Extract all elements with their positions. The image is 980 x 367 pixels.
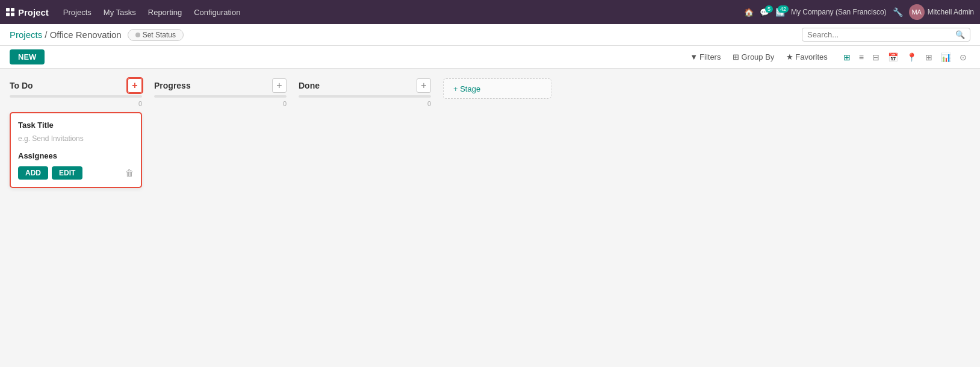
card-add-button[interactable]: ADD bbox=[18, 166, 48, 180]
favorites-button[interactable]: ★ Favorites bbox=[781, 50, 832, 64]
app-logo[interactable]: Project bbox=[6, 7, 49, 17]
toolbar: NEW ▼ Filters ⊞ Group By ★ Favorites ⊞ ≡… bbox=[0, 46, 980, 69]
toolbar-right: ▼ Filters ⊞ Group By ★ Favorites ⊞ ≡ ⊟ 📅… bbox=[685, 50, 970, 64]
breadcrumb-current: Office Renovation bbox=[50, 30, 122, 40]
tools-icon[interactable]: 🔧 bbox=[893, 7, 903, 17]
new-task-card: Task Title e.g. Send Invitations Assigne… bbox=[10, 112, 142, 188]
user-menu[interactable]: MA Mitchell Admin bbox=[909, 4, 974, 20]
column-todo-count: 0 bbox=[10, 100, 142, 107]
menu-my-tasks[interactable]: My Tasks bbox=[99, 5, 141, 19]
table-view-button[interactable]: ⊟ bbox=[869, 50, 883, 64]
filter-icon: ▼ bbox=[690, 52, 698, 61]
chat-icon[interactable]: 💬 5 bbox=[760, 8, 769, 17]
column-done-header: Done + bbox=[299, 78, 431, 93]
column-todo-progress bbox=[10, 95, 142, 98]
user-name: Mitchell Admin bbox=[928, 8, 974, 16]
calendar-view-button[interactable]: 📅 bbox=[884, 50, 902, 64]
group-by-label: Group By bbox=[741, 52, 774, 61]
set-status-label: Set Status bbox=[143, 31, 176, 39]
topnav-right: 🏠 💬 5 🔄 42 My Company (San Francisco) 🔧 … bbox=[744, 4, 974, 20]
column-todo-add-button[interactable]: + bbox=[128, 78, 142, 93]
favorites-label: Favorites bbox=[795, 52, 827, 61]
kanban-view-button[interactable]: ⊞ bbox=[840, 50, 854, 64]
search-bar: 🔍 bbox=[802, 28, 970, 42]
activity-icon[interactable]: 🔄 42 bbox=[775, 8, 785, 17]
search-input[interactable] bbox=[807, 30, 952, 39]
column-done-add-button[interactable]: + bbox=[417, 78, 431, 93]
column-todo-header: To Do + bbox=[10, 78, 142, 93]
menu-configuration[interactable]: Configuration bbox=[189, 5, 245, 19]
view-icons: ⊞ ≡ ⊟ 📅 📍 ⊞ 📊 ⊙ bbox=[840, 50, 970, 64]
column-todo: To Do + 0 Task Title e.g. Send Invitatio… bbox=[10, 78, 142, 193]
map-view-button[interactable]: 📍 bbox=[903, 50, 920, 64]
column-progress-header: Progress + bbox=[154, 78, 287, 93]
column-done-count: 0 bbox=[299, 100, 431, 107]
breadcrumb-parent[interactable]: Projects bbox=[10, 30, 42, 40]
kanban-board: To Do + 0 Task Title e.g. Send Invitatio… bbox=[0, 69, 980, 202]
card-actions: ADD EDIT 🗑 bbox=[18, 166, 134, 180]
column-progress: Progress + 0 bbox=[154, 78, 287, 112]
star-icon: ★ bbox=[786, 52, 793, 61]
chat-badge: 5 bbox=[765, 5, 773, 13]
assignees-label: Assignees bbox=[18, 151, 134, 160]
menu-projects[interactable]: Projects bbox=[58, 5, 96, 19]
grid-icon bbox=[6, 8, 14, 16]
status-dot bbox=[135, 33, 140, 37]
group-by-button[interactable]: ⊞ Group By bbox=[728, 50, 779, 64]
app-name: Project bbox=[18, 7, 49, 17]
company-name: My Company (San Francisco) bbox=[791, 8, 887, 16]
column-progress-bar bbox=[154, 95, 287, 98]
card-delete-button[interactable]: 🗑 bbox=[125, 168, 134, 178]
list-view-button[interactable]: ≡ bbox=[855, 50, 867, 64]
menu-reporting[interactable]: Reporting bbox=[143, 5, 187, 19]
home-icon[interactable]: 🏠 bbox=[744, 8, 754, 17]
column-progress-count: 0 bbox=[154, 100, 287, 107]
filters-label: Filters bbox=[699, 52, 721, 61]
filters-button[interactable]: ▼ Filters bbox=[685, 50, 725, 64]
chart-view-button[interactable]: 📊 bbox=[937, 50, 955, 64]
group-by-icon: ⊞ bbox=[733, 52, 739, 61]
column-done-title: Done bbox=[299, 81, 320, 90]
avatar: MA bbox=[909, 4, 925, 20]
breadcrumb-bar: Projects / Office Renovation Set Status … bbox=[0, 24, 980, 46]
top-navigation: Project Projects My Tasks Reporting Conf… bbox=[0, 0, 980, 24]
task-title-label: Task Title bbox=[18, 121, 134, 130]
breadcrumb: Projects / Office Renovation bbox=[10, 30, 122, 40]
task-title-placeholder[interactable]: e.g. Send Invitations bbox=[18, 133, 134, 144]
grid-view-button[interactable]: ⊞ bbox=[922, 50, 936, 64]
search-icon[interactable]: 🔍 bbox=[955, 30, 965, 39]
card-edit-button[interactable]: EDIT bbox=[52, 166, 82, 180]
breadcrumb-separator: / bbox=[45, 30, 47, 40]
column-done-progress-bar bbox=[299, 95, 431, 98]
top-menu: Projects My Tasks Reporting Configuratio… bbox=[58, 5, 246, 19]
new-button[interactable]: NEW bbox=[10, 49, 45, 64]
set-status-button[interactable]: Set Status bbox=[128, 29, 184, 41]
add-stage-button[interactable]: + Stage bbox=[443, 78, 551, 99]
column-progress-title: Progress bbox=[154, 81, 191, 90]
add-stage-container: + Stage bbox=[443, 78, 551, 99]
column-todo-title: To Do bbox=[10, 81, 33, 90]
activity-badge: 42 bbox=[778, 5, 789, 13]
settings-view-button[interactable]: ⊙ bbox=[956, 50, 970, 64]
column-done: Done + 0 bbox=[299, 78, 431, 112]
column-progress-add-button[interactable]: + bbox=[272, 78, 287, 93]
